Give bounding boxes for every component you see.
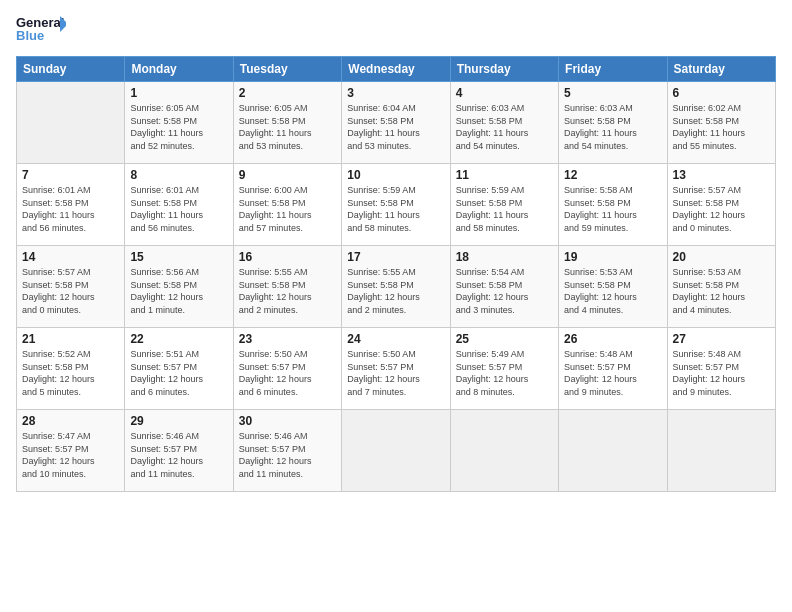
day-info: Sunrise: 5:46 AM Sunset: 5:57 PM Dayligh… [239,430,336,480]
day-number: 11 [456,168,553,182]
day-info: Sunrise: 5:53 AM Sunset: 5:58 PM Dayligh… [673,266,770,316]
day-cell: 19Sunrise: 5:53 AM Sunset: 5:58 PM Dayli… [559,246,667,328]
day-cell [17,82,125,164]
day-info: Sunrise: 5:50 AM Sunset: 5:57 PM Dayligh… [347,348,444,398]
day-cell [559,410,667,492]
day-cell: 28Sunrise: 5:47 AM Sunset: 5:57 PM Dayli… [17,410,125,492]
day-number: 4 [456,86,553,100]
day-number: 17 [347,250,444,264]
day-cell: 3Sunrise: 6:04 AM Sunset: 5:58 PM Daylig… [342,82,450,164]
calendar-table: SundayMondayTuesdayWednesdayThursdayFrid… [16,56,776,492]
day-info: Sunrise: 5:57 AM Sunset: 5:58 PM Dayligh… [673,184,770,234]
day-number: 29 [130,414,227,428]
day-info: Sunrise: 5:48 AM Sunset: 5:57 PM Dayligh… [673,348,770,398]
day-cell: 8Sunrise: 6:01 AM Sunset: 5:58 PM Daylig… [125,164,233,246]
day-info: Sunrise: 5:50 AM Sunset: 5:57 PM Dayligh… [239,348,336,398]
col-header-saturday: Saturday [667,57,775,82]
day-info: Sunrise: 5:52 AM Sunset: 5:58 PM Dayligh… [22,348,119,398]
day-cell: 6Sunrise: 6:02 AM Sunset: 5:58 PM Daylig… [667,82,775,164]
week-row-3: 14Sunrise: 5:57 AM Sunset: 5:58 PM Dayli… [17,246,776,328]
day-info: Sunrise: 6:05 AM Sunset: 5:58 PM Dayligh… [130,102,227,152]
day-number: 27 [673,332,770,346]
day-info: Sunrise: 6:02 AM Sunset: 5:58 PM Dayligh… [673,102,770,152]
day-cell: 15Sunrise: 5:56 AM Sunset: 5:58 PM Dayli… [125,246,233,328]
day-number: 2 [239,86,336,100]
day-number: 23 [239,332,336,346]
day-number: 25 [456,332,553,346]
day-cell: 18Sunrise: 5:54 AM Sunset: 5:58 PM Dayli… [450,246,558,328]
day-info: Sunrise: 6:00 AM Sunset: 5:58 PM Dayligh… [239,184,336,234]
day-cell: 9Sunrise: 6:00 AM Sunset: 5:58 PM Daylig… [233,164,341,246]
day-cell: 30Sunrise: 5:46 AM Sunset: 5:57 PM Dayli… [233,410,341,492]
day-number: 10 [347,168,444,182]
day-number: 9 [239,168,336,182]
day-cell: 24Sunrise: 5:50 AM Sunset: 5:57 PM Dayli… [342,328,450,410]
day-cell: 7Sunrise: 6:01 AM Sunset: 5:58 PM Daylig… [17,164,125,246]
day-info: Sunrise: 5:59 AM Sunset: 5:58 PM Dayligh… [347,184,444,234]
day-info: Sunrise: 5:59 AM Sunset: 5:58 PM Dayligh… [456,184,553,234]
day-number: 30 [239,414,336,428]
day-number: 13 [673,168,770,182]
day-cell: 20Sunrise: 5:53 AM Sunset: 5:58 PM Dayli… [667,246,775,328]
day-cell: 1Sunrise: 6:05 AM Sunset: 5:58 PM Daylig… [125,82,233,164]
day-number: 19 [564,250,661,264]
day-info: Sunrise: 5:49 AM Sunset: 5:57 PM Dayligh… [456,348,553,398]
day-info: Sunrise: 5:47 AM Sunset: 5:57 PM Dayligh… [22,430,119,480]
day-cell: 13Sunrise: 5:57 AM Sunset: 5:58 PM Dayli… [667,164,775,246]
week-row-5: 28Sunrise: 5:47 AM Sunset: 5:57 PM Dayli… [17,410,776,492]
day-cell [342,410,450,492]
day-cell: 12Sunrise: 5:58 AM Sunset: 5:58 PM Dayli… [559,164,667,246]
day-info: Sunrise: 5:57 AM Sunset: 5:58 PM Dayligh… [22,266,119,316]
day-info: Sunrise: 5:51 AM Sunset: 5:57 PM Dayligh… [130,348,227,398]
day-cell [450,410,558,492]
day-number: 26 [564,332,661,346]
header-row: SundayMondayTuesdayWednesdayThursdayFrid… [17,57,776,82]
header: GeneralBlue [16,12,776,48]
day-info: Sunrise: 6:03 AM Sunset: 5:58 PM Dayligh… [456,102,553,152]
day-number: 16 [239,250,336,264]
day-number: 6 [673,86,770,100]
week-row-2: 7Sunrise: 6:01 AM Sunset: 5:58 PM Daylig… [17,164,776,246]
week-row-4: 21Sunrise: 5:52 AM Sunset: 5:58 PM Dayli… [17,328,776,410]
day-cell: 14Sunrise: 5:57 AM Sunset: 5:58 PM Dayli… [17,246,125,328]
col-header-wednesday: Wednesday [342,57,450,82]
page: GeneralBlue SundayMondayTuesdayWednesday… [0,0,792,612]
day-cell: 10Sunrise: 5:59 AM Sunset: 5:58 PM Dayli… [342,164,450,246]
day-cell: 21Sunrise: 5:52 AM Sunset: 5:58 PM Dayli… [17,328,125,410]
day-number: 24 [347,332,444,346]
day-info: Sunrise: 5:56 AM Sunset: 5:58 PM Dayligh… [130,266,227,316]
day-info: Sunrise: 6:01 AM Sunset: 5:58 PM Dayligh… [130,184,227,234]
day-info: Sunrise: 5:46 AM Sunset: 5:57 PM Dayligh… [130,430,227,480]
day-cell: 22Sunrise: 5:51 AM Sunset: 5:57 PM Dayli… [125,328,233,410]
day-cell [667,410,775,492]
day-info: Sunrise: 5:55 AM Sunset: 5:58 PM Dayligh… [347,266,444,316]
day-info: Sunrise: 5:58 AM Sunset: 5:58 PM Dayligh… [564,184,661,234]
day-cell: 2Sunrise: 6:05 AM Sunset: 5:58 PM Daylig… [233,82,341,164]
day-number: 18 [456,250,553,264]
day-info: Sunrise: 6:04 AM Sunset: 5:58 PM Dayligh… [347,102,444,152]
day-cell: 5Sunrise: 6:03 AM Sunset: 5:58 PM Daylig… [559,82,667,164]
day-cell: 26Sunrise: 5:48 AM Sunset: 5:57 PM Dayli… [559,328,667,410]
day-info: Sunrise: 6:05 AM Sunset: 5:58 PM Dayligh… [239,102,336,152]
day-number: 8 [130,168,227,182]
day-cell: 27Sunrise: 5:48 AM Sunset: 5:57 PM Dayli… [667,328,775,410]
day-cell: 16Sunrise: 5:55 AM Sunset: 5:58 PM Dayli… [233,246,341,328]
logo: GeneralBlue [16,12,66,48]
day-cell: 29Sunrise: 5:46 AM Sunset: 5:57 PM Dayli… [125,410,233,492]
day-number: 7 [22,168,119,182]
day-cell: 17Sunrise: 5:55 AM Sunset: 5:58 PM Dayli… [342,246,450,328]
day-number: 15 [130,250,227,264]
col-header-thursday: Thursday [450,57,558,82]
col-header-monday: Monday [125,57,233,82]
day-cell: 4Sunrise: 6:03 AM Sunset: 5:58 PM Daylig… [450,82,558,164]
day-cell: 25Sunrise: 5:49 AM Sunset: 5:57 PM Dayli… [450,328,558,410]
col-header-friday: Friday [559,57,667,82]
day-number: 22 [130,332,227,346]
day-number: 3 [347,86,444,100]
day-number: 12 [564,168,661,182]
day-number: 5 [564,86,661,100]
day-number: 14 [22,250,119,264]
day-number: 28 [22,414,119,428]
day-number: 1 [130,86,227,100]
day-info: Sunrise: 5:54 AM Sunset: 5:58 PM Dayligh… [456,266,553,316]
